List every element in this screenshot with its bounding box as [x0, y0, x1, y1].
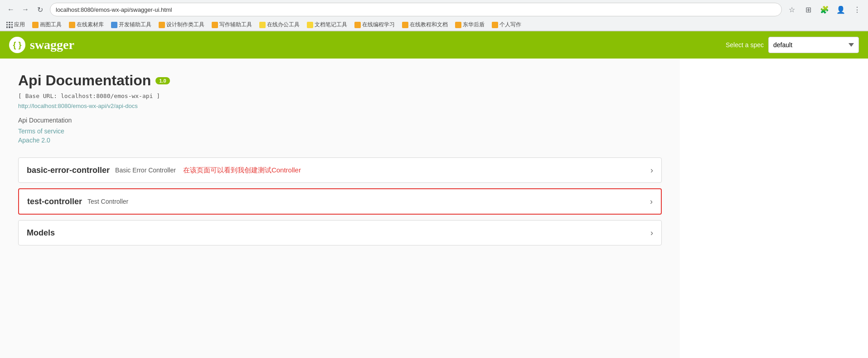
- bookmark-donghua-label: 东华后盾: [463, 21, 485, 29]
- bookmark-personal-label: 个人写作: [499, 21, 521, 29]
- controller-left-basic: basic-error-controller Basic Error Contr…: [27, 166, 301, 175]
- api-terms-link[interactable]: Terms of service: [18, 128, 662, 135]
- back-button[interactable]: ←: [5, 3, 17, 16]
- bookmark-materials[interactable]: 在线素材库: [67, 20, 106, 29]
- controller-left-test: test-controller Test Controller: [27, 197, 128, 206]
- bookmark-apps-label: 应用: [14, 21, 25, 29]
- basic-error-controller-name: basic-error-controller: [27, 166, 110, 175]
- models-header[interactable]: Models ›: [19, 221, 661, 245]
- bookmark-painting[interactable]: 画图工具: [30, 20, 63, 29]
- bookmark-donghua[interactable]: 东华后盾: [453, 20, 486, 29]
- bookmark-personal-writing[interactable]: 个人写作: [490, 20, 523, 29]
- bookmark-tutorials[interactable]: 在线教程和文档: [400, 20, 450, 29]
- test-controller-name: test-controller: [27, 197, 82, 206]
- bookmark-docs-icon: [307, 22, 313, 28]
- controllers-section: basic-error-controller Basic Error Contr…: [18, 157, 662, 245]
- bookmark-coding-icon: [354, 22, 361, 28]
- bookmark-dev-tools[interactable]: 开发辅助工具: [109, 20, 153, 29]
- forward-button[interactable]: →: [19, 3, 32, 16]
- bookmark-dev-tools-label: 开发辅助工具: [119, 21, 151, 29]
- api-docs-link[interactable]: http://localhost:8080/emos-wx-api/v2/api…: [18, 103, 138, 109]
- bookmark-design-tools[interactable]: 设计制作类工具: [157, 20, 206, 29]
- swagger-logo: { } swagger: [9, 37, 74, 53]
- swagger-spec-select[interactable]: default: [768, 37, 859, 53]
- bookmark-materials-icon: [69, 22, 75, 28]
- swagger-logo-icon: { }: [9, 37, 25, 53]
- bookmark-design-tools-label: 设计制作类工具: [166, 21, 204, 29]
- swagger-header: { } swagger Select a spec default: [0, 31, 868, 59]
- bookmark-apps[interactable]: 应用: [5, 20, 27, 29]
- bookmark-dev-tools-icon: [111, 22, 117, 28]
- test-controller-desc: Test Controller: [87, 198, 128, 205]
- bookmark-office-icon: [259, 22, 266, 28]
- bookmark-personal-icon: [492, 22, 498, 28]
- bookmark-docs-label: 文档笔记工具: [315, 21, 347, 29]
- api-title: Api Documentation: [18, 72, 151, 89]
- extensions-button[interactable]: 🧩: [818, 3, 831, 16]
- nav-buttons: ← → ↻: [5, 3, 46, 16]
- api-title-row: Api Documentation 1.0: [18, 72, 662, 89]
- bookmark-coding[interactable]: 在线编程学习: [353, 20, 397, 29]
- api-info: Api Documentation 1.0 [ Base URL: localh…: [18, 72, 662, 144]
- basic-error-controller-header[interactable]: basic-error-controller Basic Error Contr…: [19, 158, 661, 182]
- test-controller-chevron-icon: ›: [650, 197, 653, 206]
- swagger-spec-selector: Select a spec default: [726, 37, 859, 53]
- bookmark-docs[interactable]: 文档笔记工具: [305, 20, 349, 29]
- reload-button[interactable]: ↻: [34, 3, 46, 16]
- bookmark-coding-label: 在线编程学习: [362, 21, 395, 29]
- swagger-logo-text: swagger: [30, 38, 74, 52]
- api-license-link[interactable]: Apache 2.0: [18, 137, 662, 144]
- bookmark-office[interactable]: 在线办公工具: [257, 20, 301, 29]
- bookmark-painting-icon: [32, 22, 39, 28]
- bookmark-painting-label: 画图工具: [40, 21, 62, 29]
- test-controller-item[interactable]: test-controller Test Controller ›: [18, 188, 662, 215]
- bookmark-office-label: 在线办公工具: [267, 21, 300, 29]
- bookmark-writing-icon: [212, 22, 218, 28]
- address-bar[interactable]: [50, 3, 782, 16]
- api-base-url: [ Base URL: localhost:8080/emos-wx-api ]: [18, 93, 662, 99]
- api-version-badge: 1.0: [155, 77, 170, 84]
- bookmarks-bar: 应用 画图工具 在线素材库 开发辅助工具 设计制作类工具 写作辅助工具 在线办公…: [0, 19, 868, 31]
- basic-error-controller-item[interactable]: basic-error-controller Basic Error Contr…: [18, 157, 662, 183]
- profile-button[interactable]: 👤: [834, 3, 847, 16]
- models-title: Models: [27, 228, 55, 238]
- swagger-content: Api Documentation 1.0 [ Base URL: localh…: [0, 59, 680, 358]
- bookmark-donghua-icon: [455, 22, 461, 28]
- basic-error-controller-annotation: 在该页面可以看到我创建测试Controller: [183, 166, 301, 175]
- browser-chrome: ← → ↻ ☆ ⊞ 🧩 👤 ⋮ 应用 画图工具 在线素材库: [0, 0, 868, 31]
- basic-error-controller-desc: Basic Error Controller: [115, 167, 176, 174]
- bookmark-design-icon: [159, 22, 165, 28]
- test-controller-header[interactable]: test-controller Test Controller ›: [19, 189, 661, 214]
- menu-button[interactable]: ⋮: [851, 3, 863, 16]
- bookmark-tutorials-icon: [402, 22, 408, 28]
- bookmarks-star[interactable]: ☆: [786, 3, 798, 16]
- models-chevron-icon: ›: [650, 228, 653, 238]
- api-description: Api Documentation: [18, 117, 662, 124]
- extension-icon[interactable]: ⊞: [802, 3, 815, 16]
- basic-error-chevron-icon: ›: [650, 166, 653, 175]
- browser-toolbar: ← → ↻ ☆ ⊞ 🧩 👤 ⋮: [0, 0, 868, 19]
- bookmark-writing[interactable]: 写作辅助工具: [210, 20, 254, 29]
- swagger-spec-label: Select a spec: [726, 41, 764, 49]
- models-item[interactable]: Models ›: [18, 220, 662, 245]
- bookmark-materials-label: 在线素材库: [77, 21, 104, 29]
- bookmark-writing-label: 写作辅助工具: [219, 21, 252, 29]
- bookmark-tutorials-label: 在线教程和文档: [410, 21, 448, 29]
